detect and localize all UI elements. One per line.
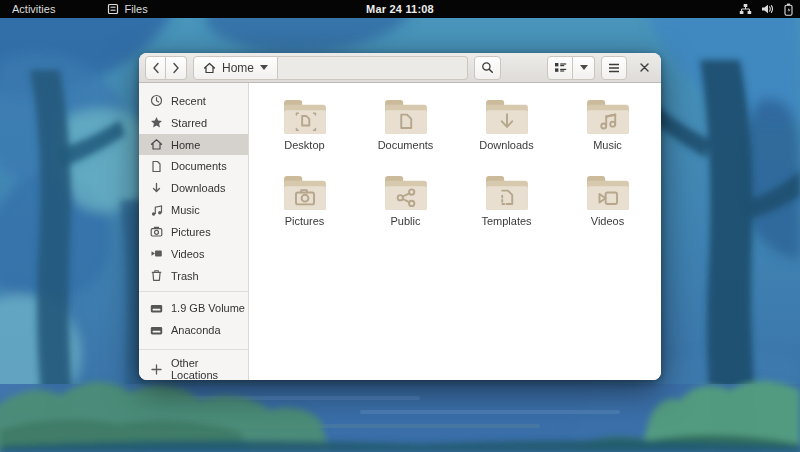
close-button[interactable]: [633, 57, 655, 79]
sidebar-label: Documents: [171, 160, 227, 172]
sidebar-label: 1.9 GB Volume: [171, 302, 245, 314]
files-window: Home: [139, 53, 661, 380]
sidebar-item-recent[interactable]: Recent: [139, 90, 248, 112]
sidebar-label: Videos: [171, 248, 204, 260]
search-button[interactable]: [474, 56, 501, 80]
sidebar-label: Other Locations: [171, 357, 248, 380]
back-button[interactable]: [145, 56, 166, 80]
star-icon: [150, 116, 163, 129]
file-view: Desktop Documents: [249, 83, 661, 380]
sidebar-separator: [139, 291, 248, 292]
forward-icon: [172, 62, 180, 74]
sidebar-item-documents[interactable]: Documents: [139, 155, 248, 177]
volume-icon: [761, 3, 774, 15]
folder-name: Videos: [591, 215, 624, 227]
desktop-folder-icon: [282, 98, 328, 136]
path-label: Home: [222, 61, 254, 75]
top-bar: Activities Files Mar 24 11:08: [0, 0, 800, 18]
desktop: Activities Files Mar 24 11:08: [0, 0, 800, 452]
folder-templates[interactable]: Templates: [456, 170, 557, 246]
clock[interactable]: Mar 24 11:08: [0, 3, 800, 15]
videos-folder-icon: [585, 174, 631, 212]
header-bar: Home: [139, 53, 661, 83]
plus-icon: [150, 363, 163, 376]
folder-downloads[interactable]: Downloads: [456, 94, 557, 170]
sidebar-label: Home: [171, 139, 200, 151]
close-icon: [639, 62, 650, 73]
sidebar-item-home[interactable]: Home: [139, 134, 248, 156]
folder-name: Pictures: [285, 215, 325, 227]
sidebar-item-downloads[interactable]: Downloads: [139, 177, 248, 199]
window-menu-button[interactable]: [601, 56, 627, 80]
folder-name: Desktop: [284, 139, 324, 151]
sidebar-item-trash[interactable]: Trash: [139, 265, 248, 287]
recent-icon: [150, 94, 163, 107]
pictures-folder-icon: [282, 174, 328, 212]
downloads-folder-icon: [484, 98, 530, 136]
sidebar: Recent Starred Home Documents Downloads: [139, 83, 249, 380]
sidebar-label: Starred: [171, 117, 207, 129]
forward-button[interactable]: [166, 56, 187, 80]
download-icon: [150, 182, 163, 195]
folder-name: Templates: [481, 215, 531, 227]
home-icon: [150, 138, 163, 151]
sidebar-item-music[interactable]: Music: [139, 199, 248, 221]
folder-desktop[interactable]: Desktop: [254, 94, 355, 170]
path-dropdown-icon: [260, 65, 268, 70]
public-folder-icon: [383, 174, 429, 212]
folder-pictures[interactable]: Pictures: [254, 170, 355, 246]
sidebar-label: Recent: [171, 95, 206, 107]
sidebar-item-videos[interactable]: Videos: [139, 243, 248, 265]
sidebar-item-pictures[interactable]: Pictures: [139, 221, 248, 243]
system-status-area[interactable]: [739, 0, 794, 18]
home-icon: [203, 62, 216, 74]
view-toggle: [547, 56, 595, 80]
folder-public[interactable]: Public: [355, 170, 456, 246]
folder-name: Music: [593, 139, 622, 151]
drive-icon: [150, 302, 163, 315]
grid-view-button[interactable]: [547, 56, 573, 80]
drive-icon: [150, 324, 163, 337]
path-bar: Home: [193, 56, 468, 80]
sidebar-item-starred[interactable]: Starred: [139, 112, 248, 134]
music-folder-icon: [585, 98, 631, 136]
view-options-button[interactable]: [573, 56, 595, 80]
sidebar-item-other-locations[interactable]: Other Locations: [139, 358, 248, 380]
folder-music[interactable]: Music: [557, 94, 658, 170]
folder-name: Public: [391, 215, 421, 227]
video-icon: [150, 247, 163, 260]
folder-grid: Desktop Documents: [254, 94, 661, 246]
grid-view-icon: [554, 62, 567, 73]
path-home-button[interactable]: Home: [193, 56, 278, 80]
sidebar-label: Music: [171, 204, 200, 216]
back-icon: [152, 62, 160, 74]
folder-name: Documents: [378, 139, 434, 151]
location-entry[interactable]: [278, 56, 468, 80]
sidebar-item-anaconda[interactable]: Anaconda: [139, 319, 248, 341]
trash-icon: [150, 269, 163, 282]
hamburger-menu-icon: [608, 63, 620, 73]
battery-icon: [783, 3, 794, 16]
sidebar-label: Pictures: [171, 226, 211, 238]
folder-videos[interactable]: Videos: [557, 170, 658, 246]
view-dropdown-icon: [580, 65, 588, 70]
camera-icon: [150, 225, 163, 238]
document-icon: [150, 160, 163, 173]
folder-documents[interactable]: Documents: [355, 94, 456, 170]
sidebar-label: Trash: [171, 270, 199, 282]
network-icon: [739, 3, 752, 15]
music-icon: [150, 204, 163, 217]
sidebar-label: Anaconda: [171, 324, 221, 336]
documents-folder-icon: [383, 98, 429, 136]
sidebar-item-volume[interactable]: 1.9 GB Volume: [139, 297, 248, 319]
sidebar-separator: [139, 349, 248, 350]
folder-name: Downloads: [479, 139, 533, 151]
templates-folder-icon: [484, 174, 530, 212]
sidebar-label: Downloads: [171, 182, 225, 194]
search-icon: [481, 61, 494, 74]
